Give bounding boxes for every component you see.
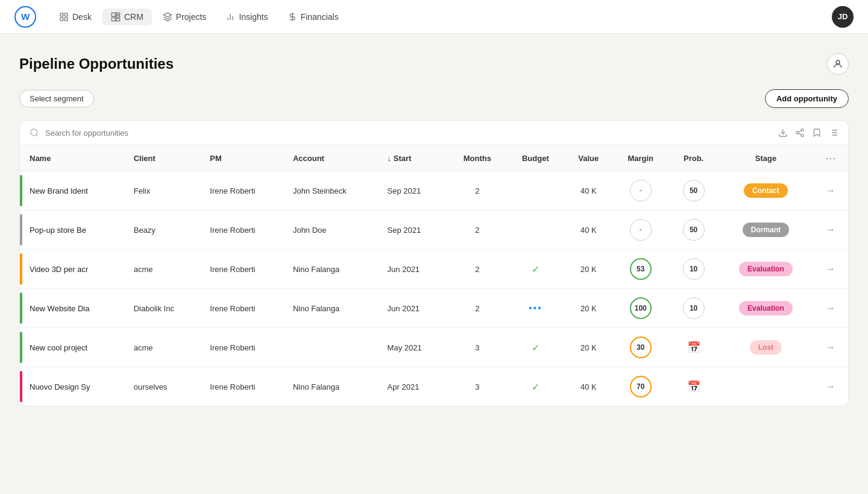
user-avatar[interactable]: JD [832,6,854,28]
cell-pm: Irene Roberti [203,367,286,407]
download-icon[interactable] [778,128,788,138]
cell-months: 2 [448,250,506,289]
svg-point-18 [801,128,804,131]
cell-value: 20 K [564,250,612,289]
nav-label-financials: Financials [301,12,339,22]
cell-margin: - [613,211,668,250]
col-start[interactable]: ↓ Start [380,145,448,171]
cell-prob: 50 [668,171,719,211]
nav-label-insights: Insights [239,12,268,22]
cell-months: 3 [448,328,506,367]
search-input[interactable] [45,128,772,138]
cell-account: Nino Falanga [286,250,380,289]
cell-margin: 53 [613,250,668,289]
select-segment-button[interactable]: Select segment [19,90,94,107]
svg-rect-4 [112,13,115,16]
svg-point-20 [801,135,804,137]
margin-indicator: - [630,219,652,241]
row-navigate-button[interactable]: → [826,342,835,353]
app-logo[interactable]: W [14,6,36,28]
cell-account: Nino Falanga [286,367,380,407]
cell-stage: Contact [719,171,813,211]
nav-items: Desk CRM Projects [51,8,827,25]
row-navigate-button[interactable]: → [826,303,835,314]
prob-indicator: 50 [683,180,705,201]
nav-item-projects[interactable]: Projects [154,8,215,25]
cell-value: 40 K [564,211,612,250]
cell-budget [507,171,564,211]
calendar-icon: 📅 [687,341,700,353]
cell-name: New Website Dia [22,289,127,328]
layers-icon [163,12,172,22]
svg-rect-7 [112,17,115,21]
page-content: Pipeline Opportunities Select segment Ad… [0,34,868,494]
stage-badge: Evaluation [739,262,793,276]
nav-item-insights[interactable]: Insights [217,8,276,25]
cell-value: 40 K [564,367,612,407]
cell-name: New cool project [22,328,127,367]
filter-icon[interactable] [829,128,838,138]
page-header-right [827,53,849,75]
add-opportunity-button[interactable]: Add opportunity [765,89,849,108]
top-navigation: W Desk CRM Projects [0,0,868,34]
cell-value: 20 K [564,328,612,367]
row-navigate-button[interactable]: → [826,224,835,235]
cell-name: Pop-up store Be [22,211,127,250]
cell-pm: Irene Roberti [203,289,286,328]
table-row: New Website DiaDiabolik IncIrene Roberti… [20,289,848,328]
cell-arrow: → [813,250,848,289]
cell-arrow: → [813,289,848,328]
nav-item-crm[interactable]: CRM [102,8,152,25]
bookmark-icon[interactable] [812,128,822,138]
nav-item-financials[interactable]: Financials [279,8,347,25]
prob-indicator: 10 [683,258,705,280]
cell-budget: ✓ [507,250,564,289]
row-navigate-button[interactable]: → [826,264,835,274]
search-bar-icons [778,128,838,138]
cell-pm: Irene Roberti [203,328,286,367]
toolbar-row: Select segment Add opportunity [19,89,849,108]
cell-prob: 10 [668,289,719,328]
opportunities-table-card: Name Client PM Account ↓ Start Months Bu… [19,120,849,407]
cell-arrow: → [813,367,848,407]
cell-margin: 30 [613,328,668,367]
dollar-icon [288,12,297,22]
cell-arrow: → [813,328,848,367]
col-margin: Margin [613,145,668,171]
cell-prob: 📅 [668,328,719,367]
col-client: Client [127,145,203,171]
table-row: New cool projectacmeIrene RobertiMay 202… [20,328,848,367]
cell-months: 2 [448,171,506,211]
svg-rect-5 [116,13,120,14]
page-header: Pipeline Opportunities [19,53,849,75]
row-navigate-button[interactable]: → [826,381,835,392]
cell-account: John Steinbeck [286,171,380,211]
cell-budget: ✓ [507,367,564,407]
table-row: New Brand IdentFelixIrene RobertiJohn St… [20,171,848,211]
cell-start: May 2021 [380,328,448,367]
calendar-icon: 📅 [687,381,700,393]
cell-client: Beazy [127,211,203,250]
cell-client: ourselves [127,367,203,407]
cell-value: 20 K [564,289,612,328]
table-row: Video 3D per acracmeIrene RobertiNino Fa… [20,250,848,289]
table-more-button[interactable]: ⋯ [825,151,836,165]
profile-icon-btn[interactable] [827,53,849,75]
table-header: Name Client PM Account ↓ Start Months Bu… [20,145,848,171]
check-icon: ✓ [532,382,539,392]
cell-client: Diabolik Inc [127,289,203,328]
col-name: Name [22,145,127,171]
margin-indicator: 100 [630,297,652,319]
cell-name: Nuovo Design Sy [22,367,127,407]
cell-arrow: → [813,171,848,211]
prob-indicator: 10 [683,297,705,319]
cell-months: 2 [448,289,506,328]
margin-indicator: 30 [630,337,652,358]
stage-badge: Dormant [743,223,789,237]
share-icon[interactable] [795,128,805,138]
nav-label-projects: Projects [176,12,207,22]
row-navigate-button[interactable]: → [826,185,835,196]
svg-rect-3 [60,17,63,21]
search-bar [20,121,848,145]
nav-item-desk[interactable]: Desk [51,8,100,25]
